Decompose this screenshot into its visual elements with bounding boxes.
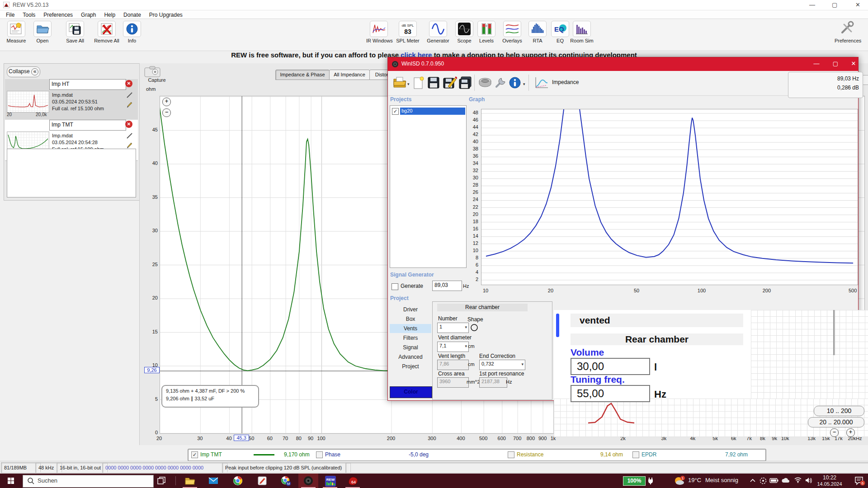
start-button[interactable] <box>0 474 22 488</box>
task-view-icon[interactable] <box>157 477 165 485</box>
open-project-button[interactable] <box>392 75 407 89</box>
rta-button[interactable]: RTA <box>525 21 550 43</box>
measurement-name-field[interactable]: Imp HT <box>49 79 126 90</box>
project-tree-filters[interactable]: Filters <box>390 333 431 343</box>
range-button-20-20000[interactable]: 20 .. 20.000 <box>808 417 864 427</box>
legend-checkbox-epdr[interactable] <box>632 451 639 458</box>
color-button[interactable]: Color <box>390 386 432 398</box>
removeall-button[interactable]: Remove All <box>94 21 119 43</box>
irwindows-button[interactable]: IR Windows <box>366 21 392 43</box>
legend-checkbox-imp-tmt[interactable]: ✓ <box>191 451 198 458</box>
menu-file[interactable]: File <box>2 11 19 19</box>
measurement-close-button[interactable]: ✕ <box>125 80 132 87</box>
menu-pro-upgrades[interactable]: Pro Upgrades <box>145 11 187 19</box>
wifi-icon[interactable] <box>794 477 802 483</box>
measurement-name-field[interactable]: Imp TMT <box>49 120 126 131</box>
menu-graph[interactable]: Graph <box>77 11 100 19</box>
minimize-icon[interactable]: — <box>809 1 815 8</box>
info-dropdown-icon[interactable]: ▾ <box>523 82 525 86</box>
menu-donate[interactable]: Donate <box>119 11 145 19</box>
taskbar-search-box[interactable]: Suchen <box>23 475 154 488</box>
vent-length-field[interactable]: 7,86 <box>437 360 469 370</box>
driver-button[interactable] <box>477 75 493 89</box>
battery-tray-icon[interactable] <box>769 478 778 483</box>
project-tree-box[interactable]: Box <box>390 314 431 324</box>
scope-button[interactable]: Scope <box>452 21 477 43</box>
taskbar-app-rew[interactable]: REW <box>320 474 340 488</box>
project-list-item[interactable]: ✓bg20 <box>390 107 466 115</box>
project-tree-signal[interactable]: Signal <box>390 343 431 352</box>
tuning-field[interactable]: 55,00 <box>571 385 650 402</box>
taskbar-app-app64[interactable]: 64 <box>343 474 363 488</box>
saveall-button[interactable]: Save All <box>62 21 88 43</box>
tools-wrench-button[interactable] <box>493 75 508 90</box>
taskbar-app-winisd[interactable] <box>298 474 318 488</box>
save-as-button[interactable] <box>442 75 457 90</box>
open-dropdown-icon[interactable]: ▾ <box>407 82 410 86</box>
tab-impedance-phase[interactable]: Impedance & Phase <box>275 70 330 80</box>
volume-icon[interactable] <box>805 477 813 483</box>
taskbar-app-chrome-m[interactable]: M <box>276 474 296 488</box>
winisd-maximize-icon[interactable]: ▢ <box>826 57 845 71</box>
measurement-thumbnail[interactable] <box>7 91 49 113</box>
weather-text[interactable]: Meist sonnig <box>705 477 738 483</box>
cross-area-field[interactable]: 3960 <box>437 377 469 388</box>
project-tree-advanced[interactable]: Advanced <box>390 352 431 361</box>
winisd-minimize-icon[interactable]: — <box>807 57 826 71</box>
edit-pencil-icon[interactable] <box>126 141 133 148</box>
taskbar-app-mail[interactable] <box>203 474 223 488</box>
project-checkbox[interactable]: ✓ <box>392 108 399 115</box>
onedrive-icon[interactable] <box>781 478 790 483</box>
generate-checkbox[interactable] <box>392 283 398 290</box>
info-button[interactable] <box>508 75 522 90</box>
volume-field[interactable]: 30,00 <box>571 358 650 375</box>
projects-list[interactable]: ✓bg20 <box>390 105 467 268</box>
graph-zoom-out-button[interactable]: − <box>830 428 839 437</box>
tray-expand-icon[interactable] <box>750 478 756 483</box>
winisd-titlebar[interactable]: WinISD 0.7.0.950—▢✕ <box>388 57 858 71</box>
edit-pencil-icon[interactable] <box>126 101 133 108</box>
winisd-close-icon[interactable]: ✕ <box>844 57 863 71</box>
weather-temp[interactable]: 19°C <box>688 477 701 483</box>
capture-button[interactable]: Capture <box>144 66 170 83</box>
measure-scale-icon[interactable] <box>126 132 133 139</box>
save-all-button[interactable] <box>458 75 472 90</box>
overlays-button[interactable]: Overlays <box>500 21 525 43</box>
project-tree-driver[interactable]: Driver <box>390 305 431 314</box>
legend-checkbox-phase[interactable] <box>316 451 323 458</box>
preferences-button[interactable]: Preferences <box>835 20 860 43</box>
collapse-button[interactable]: Collapse « <box>7 66 40 77</box>
taskbar-clock[interactable]: 10:2214.05.2024 <box>815 474 844 487</box>
menu-tools[interactable]: Tools <box>19 11 39 19</box>
levels-button[interactable]: 0Levels <box>474 21 499 43</box>
maximize-icon[interactable]: ▢ <box>832 1 837 8</box>
save-button[interactable] <box>426 75 441 90</box>
winisd-plot[interactable] <box>481 109 858 285</box>
generator-frequency-field[interactable]: 89,03 <box>432 281 462 291</box>
plot-zoom-in-button[interactable]: + <box>162 98 171 106</box>
vent-diameter-select[interactable]: 7,1▾ <box>437 342 469 352</box>
menu-preferences[interactable]: Preferences <box>39 11 77 19</box>
range-button-10-200[interactable]: 10 .. 200 <box>814 406 864 416</box>
number-select[interactable]: 1▾ <box>437 323 469 333</box>
new-project-button[interactable] <box>412 75 425 90</box>
people-icon[interactable] <box>760 477 767 484</box>
end-correction-select[interactable]: 0,732▾ <box>479 360 525 370</box>
generator-button[interactable]: Generator <box>425 21 451 43</box>
tab-all-impedance[interactable]: All Impedance <box>329 70 370 80</box>
plot-zoom-out-button[interactable]: − <box>162 108 171 117</box>
project-tree-vents[interactable]: Vents <box>390 324 431 333</box>
taskbar-app-chrome[interactable] <box>228 474 248 488</box>
menu-help[interactable]: Help <box>100 11 119 19</box>
measurement-close-button[interactable]: ✕ <box>125 121 132 128</box>
notification-center-icon[interactable]: 6 <box>854 476 865 486</box>
open-button[interactable]: Open <box>30 21 55 43</box>
project-tree-project[interactable]: Project <box>390 362 431 371</box>
port-resonance-field[interactable]: 2187,38 <box>479 377 507 388</box>
splmeter-button[interactable]: dB SPL83SPL Meter <box>395 21 420 43</box>
roomsim-button[interactable]: Room Sim <box>569 21 594 43</box>
weather-icon[interactable]: 1 <box>674 475 685 486</box>
info-button[interactable]: Info <box>119 21 145 43</box>
measure-scale-icon[interactable] <box>126 92 133 99</box>
close-icon[interactable]: ✕ <box>855 1 860 8</box>
